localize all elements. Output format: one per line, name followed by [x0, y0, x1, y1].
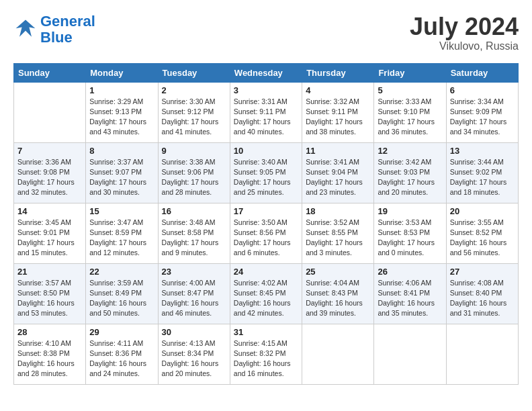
calendar-cell: 18Sunrise: 3:52 AM Sunset: 8:55 PM Dayli…	[302, 203, 374, 263]
logo: GeneralBlue	[13, 13, 95, 46]
calendar-cell: 25Sunrise: 4:04 AM Sunset: 8:43 PM Dayli…	[302, 263, 374, 324]
day-info: Sunrise: 4:04 AM Sunset: 8:43 PM Dayligh…	[306, 278, 370, 319]
day-number: 11	[306, 146, 370, 156]
day-number: 9	[162, 146, 226, 156]
day-number: 12	[378, 146, 442, 156]
day-info: Sunrise: 3:33 AM Sunset: 9:10 PM Dayligh…	[378, 97, 442, 138]
day-number: 14	[17, 206, 82, 216]
day-number: 30	[162, 327, 226, 337]
day-number: 16	[162, 206, 226, 216]
day-info: Sunrise: 4:06 AM Sunset: 8:41 PM Dayligh…	[378, 278, 442, 319]
location: Vikulovo, Russia	[410, 40, 519, 52]
day-info: Sunrise: 3:44 AM Sunset: 9:02 PM Dayligh…	[450, 157, 515, 198]
day-number: 8	[89, 146, 154, 156]
calendar-cell	[14, 82, 86, 142]
calendar-cell	[302, 324, 374, 384]
day-info: Sunrise: 4:00 AM Sunset: 8:47 PM Dayligh…	[162, 278, 226, 319]
day-number: 2	[162, 85, 226, 95]
day-number: 4	[306, 85, 370, 95]
calendar-cell: 16Sunrise: 3:48 AM Sunset: 8:58 PM Dayli…	[158, 203, 230, 263]
day-number: 27	[450, 267, 515, 277]
calendar-cell: 15Sunrise: 3:47 AM Sunset: 8:59 PM Dayli…	[86, 203, 158, 263]
day-info: Sunrise: 4:13 AM Sunset: 8:34 PM Dayligh…	[162, 338, 226, 379]
weekday-header-saturday: Saturday	[446, 63, 518, 82]
calendar-cell: 31Sunrise: 4:15 AM Sunset: 8:32 PM Dayli…	[230, 324, 302, 384]
day-number: 3	[234, 85, 298, 95]
weekday-header-sunday: Sunday	[14, 63, 86, 82]
day-info: Sunrise: 3:48 AM Sunset: 8:58 PM Dayligh…	[162, 218, 226, 259]
day-info: Sunrise: 3:32 AM Sunset: 9:11 PM Dayligh…	[306, 97, 370, 138]
calendar-cell: 22Sunrise: 3:59 AM Sunset: 8:49 PM Dayli…	[86, 263, 158, 324]
day-info: Sunrise: 4:11 AM Sunset: 8:36 PM Dayligh…	[89, 338, 154, 379]
calendar-cell: 27Sunrise: 4:08 AM Sunset: 8:40 PM Dayli…	[446, 263, 518, 324]
calendar-cell	[446, 324, 518, 384]
calendar-cell: 5Sunrise: 3:33 AM Sunset: 9:10 PM Daylig…	[374, 82, 446, 142]
weekday-header-friday: Friday	[374, 63, 446, 82]
day-info: Sunrise: 3:42 AM Sunset: 9:03 PM Dayligh…	[378, 157, 442, 198]
day-info: Sunrise: 3:45 AM Sunset: 9:01 PM Dayligh…	[17, 218, 82, 259]
calendar-cell	[374, 324, 446, 384]
calendar-cell: 3Sunrise: 3:31 AM Sunset: 9:11 PM Daylig…	[230, 82, 302, 142]
day-number: 22	[89, 267, 154, 277]
day-info: Sunrise: 3:36 AM Sunset: 9:08 PM Dayligh…	[17, 157, 82, 198]
day-info: Sunrise: 3:53 AM Sunset: 8:53 PM Dayligh…	[378, 218, 442, 259]
day-info: Sunrise: 3:52 AM Sunset: 8:55 PM Dayligh…	[306, 218, 370, 259]
calendar-cell: 30Sunrise: 4:13 AM Sunset: 8:34 PM Dayli…	[158, 324, 230, 384]
logo-text: GeneralBlue	[40, 13, 95, 46]
logo-icon	[13, 17, 38, 42]
day-info: Sunrise: 3:37 AM Sunset: 9:07 PM Dayligh…	[89, 157, 154, 198]
calendar-cell: 21Sunrise: 3:57 AM Sunset: 8:50 PM Dayli…	[14, 263, 86, 324]
day-number: 1	[89, 85, 154, 95]
day-number: 15	[89, 206, 154, 216]
calendar-cell: 19Sunrise: 3:53 AM Sunset: 8:53 PM Dayli…	[374, 203, 446, 263]
day-number: 31	[234, 327, 298, 337]
day-info: Sunrise: 3:29 AM Sunset: 9:13 PM Dayligh…	[89, 97, 154, 138]
day-info: Sunrise: 3:59 AM Sunset: 8:49 PM Dayligh…	[89, 278, 154, 319]
day-number: 28	[17, 327, 82, 337]
day-number: 18	[306, 206, 370, 216]
calendar-cell: 12Sunrise: 3:42 AM Sunset: 9:03 PM Dayli…	[374, 142, 446, 203]
day-info: Sunrise: 3:50 AM Sunset: 8:56 PM Dayligh…	[234, 218, 298, 259]
svg-marker-0	[16, 20, 36, 37]
day-number: 23	[162, 267, 226, 277]
calendar-cell: 14Sunrise: 3:45 AM Sunset: 9:01 PM Dayli…	[14, 203, 86, 263]
calendar-cell: 24Sunrise: 4:02 AM Sunset: 8:45 PM Dayli…	[230, 263, 302, 324]
day-number: 21	[17, 267, 82, 277]
title-block: July 2024 Vikulovo, Russia	[410, 13, 519, 52]
calendar-cell: 1Sunrise: 3:29 AM Sunset: 9:13 PM Daylig…	[86, 82, 158, 142]
day-info: Sunrise: 3:55 AM Sunset: 8:52 PM Dayligh…	[450, 218, 515, 259]
weekday-header-thursday: Thursday	[302, 63, 374, 82]
weekday-header-wednesday: Wednesday	[230, 63, 302, 82]
calendar-cell: 2Sunrise: 3:30 AM Sunset: 9:12 PM Daylig…	[158, 82, 230, 142]
calendar-cell: 17Sunrise: 3:50 AM Sunset: 8:56 PM Dayli…	[230, 203, 302, 263]
day-info: Sunrise: 3:38 AM Sunset: 9:06 PM Dayligh…	[162, 157, 226, 198]
day-info: Sunrise: 3:47 AM Sunset: 8:59 PM Dayligh…	[89, 218, 154, 259]
calendar-cell: 26Sunrise: 4:06 AM Sunset: 8:41 PM Dayli…	[374, 263, 446, 324]
day-info: Sunrise: 3:30 AM Sunset: 9:12 PM Dayligh…	[162, 97, 226, 138]
weekday-header-monday: Monday	[86, 63, 158, 82]
calendar-cell: 13Sunrise: 3:44 AM Sunset: 9:02 PM Dayli…	[446, 142, 518, 203]
calendar-cell: 20Sunrise: 3:55 AM Sunset: 8:52 PM Dayli…	[446, 203, 518, 263]
weekday-header-tuesday: Tuesday	[158, 63, 230, 82]
day-info: Sunrise: 3:57 AM Sunset: 8:50 PM Dayligh…	[17, 278, 82, 319]
calendar-table: SundayMondayTuesdayWednesdayThursdayFrid…	[13, 63, 519, 385]
day-number: 25	[306, 267, 370, 277]
day-info: Sunrise: 3:31 AM Sunset: 9:11 PM Dayligh…	[234, 97, 298, 138]
day-number: 29	[89, 327, 154, 337]
calendar-cell: 7Sunrise: 3:36 AM Sunset: 9:08 PM Daylig…	[14, 142, 86, 203]
day-info: Sunrise: 4:15 AM Sunset: 8:32 PM Dayligh…	[234, 338, 298, 379]
calendar-cell: 23Sunrise: 4:00 AM Sunset: 8:47 PM Dayli…	[158, 263, 230, 324]
calendar-cell: 29Sunrise: 4:11 AM Sunset: 8:36 PM Dayli…	[86, 324, 158, 384]
day-info: Sunrise: 3:34 AM Sunset: 9:09 PM Dayligh…	[450, 97, 515, 138]
day-info: Sunrise: 3:41 AM Sunset: 9:04 PM Dayligh…	[306, 157, 370, 198]
calendar-cell: 4Sunrise: 3:32 AM Sunset: 9:11 PM Daylig…	[302, 82, 374, 142]
calendar-cell: 6Sunrise: 3:34 AM Sunset: 9:09 PM Daylig…	[446, 82, 518, 142]
day-info: Sunrise: 3:40 AM Sunset: 9:05 PM Dayligh…	[234, 157, 298, 198]
day-number: 19	[378, 206, 442, 216]
day-number: 6	[450, 85, 515, 95]
day-info: Sunrise: 4:02 AM Sunset: 8:45 PM Dayligh…	[234, 278, 298, 319]
day-number: 20	[450, 206, 515, 216]
day-number: 5	[378, 85, 442, 95]
day-info: Sunrise: 4:10 AM Sunset: 8:38 PM Dayligh…	[17, 338, 82, 379]
calendar-cell: 9Sunrise: 3:38 AM Sunset: 9:06 PM Daylig…	[158, 142, 230, 203]
